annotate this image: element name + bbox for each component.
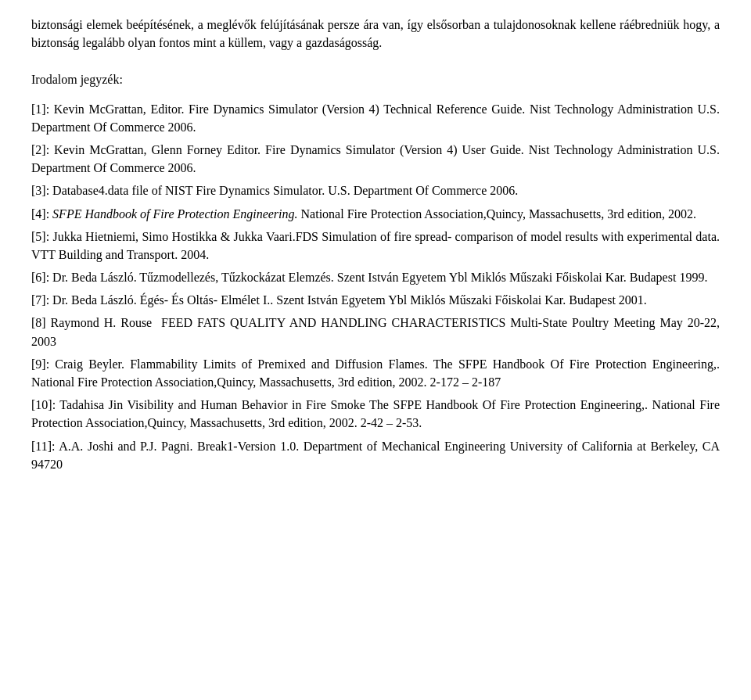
bibliography-heading: Irodalom jegyzék:: [31, 70, 720, 88]
ref-id: [5]: [31, 230, 46, 243]
list-item: [10]: Tadahisa Jin Visibility and Human …: [31, 396, 720, 432]
reference-list: [1]: Kevin McGrattan, Editor. Fire Dynam…: [31, 100, 720, 473]
ref-id: [2]: [31, 143, 46, 156]
bibliography-heading-text: Irodalom jegyzék:: [31, 73, 123, 86]
ref-id: [9]: [31, 357, 46, 371]
list-item: [8] Raymond H. Rouse FEED FATS QUALITY A…: [31, 314, 720, 350]
list-item: [2]: Kevin McGrattan, Glenn Forney Edito…: [31, 141, 720, 177]
list-item: [1]: Kevin McGrattan, Editor. Fire Dynam…: [31, 100, 720, 136]
ref-id: [11]: [31, 440, 52, 453]
list-item: [4]: SFPE Handbook of Fire Protection En…: [31, 205, 720, 223]
list-item: [5]: Jukka Hietniemi, Simo Hostikka & Ju…: [31, 228, 720, 264]
ref-text: : Kevin McGrattan, Glenn Forney Editor. …: [31, 143, 720, 174]
ref-text: : Database4.data file of NIST Fire Dynam…: [46, 184, 519, 197]
list-item: [3]: Database4.data file of NIST Fire Dy…: [31, 181, 720, 199]
ref-id: [7]: [31, 293, 46, 307]
ref-text: : Dr. Beda László. Tűzmodellezés, Tűzkoc…: [46, 271, 708, 284]
ref-id: [1]: [31, 102, 46, 116]
ref-text: : A.A. Joshi and P.J. Pagni. Break1-Vers…: [31, 440, 720, 471]
list-item: [9]: Craig Beyler. Flammability Limits o…: [31, 355, 720, 391]
ref-text: Raymond H. Rouse FEED FATS QUALITY AND H…: [31, 316, 720, 347]
ref-text: : Craig Beyler. Flammability Limits of P…: [31, 357, 720, 389]
list-item: [7]: Dr. Beda László. Égés- És Oltás- El…: [31, 291, 720, 309]
ref-text: : Tadahisa Jin Visibility and Human Beha…: [31, 398, 720, 429]
ref-text: : Jukka Hietniemi, Simo Hostikka & Jukka…: [31, 230, 720, 261]
ref-id: [4]: [31, 207, 46, 221]
ref-italic: SFPE Handbook of Fire Protection Enginee…: [52, 207, 297, 221]
ref-id: [8]: [31, 316, 46, 329]
list-item: [11]: A.A. Joshi and P.J. Pagni. Break1-…: [31, 437, 720, 473]
ref-text: : Kevin McGrattan, Editor. Fire Dynamics…: [31, 102, 720, 134]
ref-text: : SFPE Handbook of Fire Protection Engin…: [46, 207, 696, 221]
ref-id: [6]: [31, 271, 46, 284]
intro-text: biztonsági elemek beépítésének, a meglév…: [31, 18, 720, 49]
ref-id: [10]: [31, 398, 52, 411]
list-item: [6]: Dr. Beda László. Tűzmodellezés, Tűz…: [31, 268, 720, 286]
ref-text: : Dr. Beda László. Égés- És Oltás- Elmél…: [46, 293, 647, 307]
ref-id: [3]: [31, 184, 46, 197]
intro-paragraph: biztonsági elemek beépítésének, a meglév…: [31, 16, 720, 52]
